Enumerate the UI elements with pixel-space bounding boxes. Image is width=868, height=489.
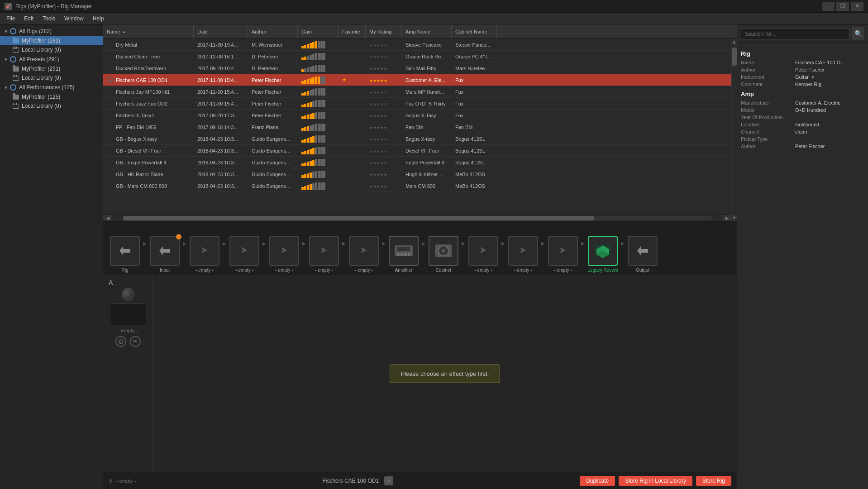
info-label: Year Of Production — [741, 115, 795, 120]
sidebar-all-presets[interactable]: ▼ All Presets (291) — [0, 54, 103, 64]
sidebar-item-myprofiler-rigs[interactable]: MyProfiler (282) — [0, 36, 103, 45]
menu-edit[interactable]: Edit — [19, 14, 38, 23]
table-row[interactable]: GB - HK Razor Blade2018-04-23 10:3...Gui… — [103, 168, 731, 180]
row-author: Franz Plasa — [248, 125, 298, 130]
scroll-up-button[interactable]: ▲ — [732, 39, 737, 45]
sidebar-item-local-library-rigs[interactable]: Local Library (0) — [0, 45, 103, 54]
scroll-right-arrow[interactable]: ▶ — [722, 215, 731, 221]
folder-icon — [13, 104, 19, 109]
chain-item-empty[interactable]: ⮞- empty - — [545, 221, 581, 275]
h-scroll-track[interactable] — [123, 216, 711, 221]
th-gain[interactable]: Gain — [298, 24, 339, 38]
row-rating: ★★★★★ — [366, 148, 402, 153]
menu-file[interactable]: File — [2, 14, 19, 23]
th-cabinet-name[interactable]: Cabinet Name — [452, 24, 497, 38]
sidebar-item-local-library-performances[interactable]: Local Library (0) — [0, 101, 103, 110]
row-cabinet-name: Oranje PC 4*T... — [452, 54, 497, 59]
table-row[interactable]: Ducked Clean Trem2017-12-08 16:1...D. Pe… — [103, 51, 731, 62]
row-rating: ★★★★★ — [366, 77, 402, 83]
chain-connector-icon: ▶ — [223, 241, 226, 246]
minimize-button[interactable]: — — [822, 2, 835, 11]
center-panel: Name ▲ Date Author Gain Favorite My Rati… — [103, 24, 737, 489]
scroll-left-arrow[interactable]: ◀ — [103, 215, 112, 221]
dropdown-arrow-icon[interactable]: ▼ — [811, 75, 815, 80]
horizontal-scrollbar[interactable]: ◀ ▶ — [103, 215, 731, 221]
duplicate-button[interactable]: Duplicate — [580, 476, 615, 486]
table-row[interactable]: GB - Bogus X-tasy2018-04-23 10:3...Guido… — [103, 133, 731, 145]
info-value: Fischers CAE 100 O... — [795, 60, 864, 65]
info-row: LocationGoldsound — [741, 122, 864, 127]
power-button[interactable]: ⏻ — [115, 336, 126, 347]
chain-item-empty[interactable]: ⮞- empty - — [346, 221, 382, 275]
empty-arrow-icon: ⮞ — [281, 247, 288, 255]
chain-item-reverb[interactable]: Legacy Reverb — [585, 221, 621, 275]
sidebar-item-myprofiler-performances[interactable]: MyProfiler (125) — [0, 92, 103, 101]
folder-icon — [13, 38, 19, 43]
vertical-scrollbar[interactable]: ▲ ▼ — [731, 39, 737, 221]
chain-item-output[interactable]: Output — [625, 221, 661, 275]
info-value[interactable]: Guitar▼ — [795, 74, 864, 80]
menu-window[interactable]: Window — [60, 14, 88, 23]
sidebar-all-performances[interactable]: ▼ All Performances (125) — [0, 82, 103, 92]
h-scroll-thumb — [123, 216, 594, 221]
maximize-button[interactable]: ❐ — [836, 2, 849, 11]
table-row[interactable]: Ducked RotaTremVerb2017-09-20 10:4...D. … — [103, 62, 731, 74]
chain-item-empty[interactable]: ⮞- empty - — [465, 221, 501, 275]
chain-label: Rig — [121, 268, 128, 273]
row-rating: ★★★★★ — [366, 136, 402, 142]
chain-item-empty[interactable]: ⮞- empty - — [266, 221, 302, 275]
chain-item-empty[interactable]: ⮞- empty - — [306, 221, 342, 275]
scroll-track[interactable] — [732, 45, 737, 215]
menu-button[interactable]: ☰ — [130, 336, 141, 347]
th-author[interactable]: Author — [248, 24, 298, 38]
search-button[interactable]: 🔍 — [852, 27, 864, 40]
sidebar-item-myprofiler-presets[interactable]: MyProfiler (291) — [0, 64, 103, 73]
info-label: Instrument — [741, 74, 795, 80]
th-my-rating[interactable]: My Rating — [366, 24, 402, 38]
th-favorite[interactable]: Favorite — [339, 24, 366, 38]
table-row[interactable]: Fischers X-Tasy42017-09-20 17:3...Peter … — [103, 110, 731, 121]
th-date[interactable]: Date — [194, 24, 248, 38]
row-author: Guido Bungens... — [248, 148, 298, 153]
store-rig-local-library-button[interactable]: Store Rig in Local Library — [619, 476, 692, 486]
search-input[interactable] — [741, 28, 850, 39]
expand-chevron[interactable]: ∨ — [109, 478, 113, 484]
table-row[interactable]: GB - Engle Powerfall II2018-04-23 10:3..… — [103, 157, 731, 168]
globe-icon — [10, 84, 16, 91]
chain-item-rig[interactable]: Rig — [107, 221, 143, 275]
chain-item-amplifier[interactable]: Amplifier — [386, 221, 422, 275]
store-rig-button[interactable]: Store Rig — [696, 476, 731, 486]
chain-item-empty[interactable]: ⮞- empty - — [505, 221, 541, 275]
row-name: GB - HK Razor Blade — [116, 172, 163, 177]
table-row[interactable]: Fischers Jay MP100 Hi12017-11-30 15:4...… — [103, 86, 731, 98]
scroll-down-button[interactable]: ▼ — [732, 215, 737, 221]
row-gain — [298, 124, 339, 131]
folder-icon — [13, 48, 19, 53]
table-row[interactable]: Fischers Jazz Fux OD22017-11-30 15:4...P… — [103, 98, 731, 110]
rig-home-icon[interactable]: ⌂ — [384, 476, 393, 485]
scroll-thumb — [732, 48, 737, 66]
menu-help[interactable]: Help — [88, 14, 109, 23]
table-scroll[interactable]: Dry Metal2017-11-30 19:4...M. Wienstroer… — [103, 39, 731, 215]
chain-item-cabinet[interactable]: Cabinet — [425, 221, 462, 275]
th-amp-name[interactable]: Amp Name — [402, 24, 452, 38]
slot-knob[interactable] — [122, 288, 134, 301]
th-name[interactable]: Name ▲ — [103, 24, 194, 38]
row-rating: ★★★★★ — [366, 113, 402, 118]
table-row[interactable]: GB - Mars CM 800 8082018-04-23 10:3...Gu… — [103, 180, 731, 192]
chain-item-empty[interactable]: ⮞- empty - — [226, 221, 262, 275]
sidebar-item-local-library-presets[interactable]: Local Library (0) — [0, 73, 103, 82]
table-row[interactable]: 🎧Fischers CAE 100 OD12017-11-30 15:4...P… — [103, 74, 731, 86]
sidebar-all-rigs[interactable]: ▼ All Rigs (282) — [0, 26, 103, 36]
title-bar-controls[interactable]: — ❐ ✕ — [822, 2, 863, 11]
row-name: FP - Fan BM 1959 — [116, 125, 157, 130]
table-row[interactable]: Dry Metal2017-11-30 19:4...M. Wienstroer… — [103, 39, 731, 51]
row-amp-name: Steave Pancake — [402, 42, 452, 48]
chain-item-input[interactable]: Input — [147, 221, 183, 275]
row-author: Peter Fischer — [248, 77, 298, 83]
chain-item-empty[interactable]: ⮞- empty - — [186, 221, 223, 275]
close-button[interactable]: ✕ — [851, 2, 863, 11]
menu-tools[interactable]: Tools — [38, 14, 60, 23]
table-row[interactable]: GB - Diesel VH Four2018-04-23 10:3...Gui… — [103, 145, 731, 157]
table-row[interactable]: FP - Fan BM 19592017-09-18 14:3...Franz … — [103, 121, 731, 133]
